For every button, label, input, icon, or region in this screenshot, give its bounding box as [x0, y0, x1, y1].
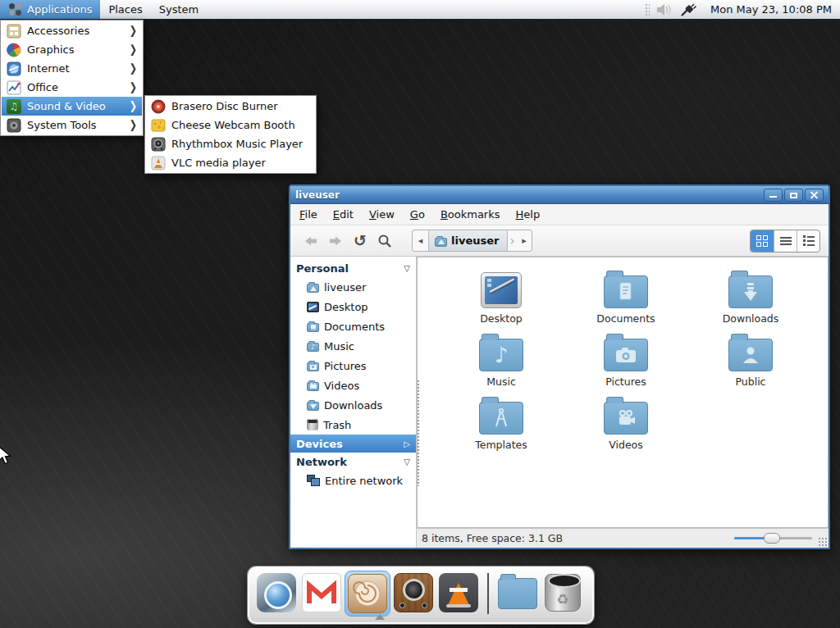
volume-icon[interactable]	[656, 3, 673, 16]
file-item-videos[interactable]: Videos	[564, 395, 688, 458]
sidebar-section-network[interactable]: Network ▽	[290, 453, 416, 471]
sidebar-item-trash[interactable]: Trash	[290, 415, 416, 435]
vlc-icon	[151, 156, 166, 171]
file-manager-shell-icon	[348, 574, 387, 613]
graphics-icon	[7, 43, 21, 57]
system-menu-button[interactable]: System	[151, 0, 207, 19]
dock-item-web-browser[interactable]	[257, 573, 296, 612]
submenu-arrow-icon: ❯	[130, 118, 137, 131]
submenu-arrow-icon: ❯	[130, 24, 137, 37]
dock-item-rhythmbox[interactable]	[394, 573, 433, 612]
sidebar-item-videos[interactable]: Videos	[290, 375, 416, 395]
menu-file[interactable]: File	[299, 208, 317, 221]
menu-go[interactable]: Go	[410, 208, 425, 221]
file-manager-window: liveuser File Edit View Go Bookmarks Hel…	[289, 184, 830, 549]
sidebar-item-documents[interactable]: Documents	[290, 316, 416, 336]
menu-item-rhythmbox[interactable]: Rhythmbox Music Player	[146, 134, 315, 153]
sidebar-item-desktop[interactable]: Desktop	[290, 297, 416, 316]
menu-bookmarks[interactable]: Bookmarks	[441, 208, 500, 221]
crumb-chevron-icon: ›	[508, 234, 516, 248]
menu-item-office[interactable]: Office ❯	[2, 78, 142, 97]
distro-menu-icon	[8, 2, 22, 16]
sidebar-item-music[interactable]: ♪ Music	[290, 336, 416, 356]
menu-item-accessories[interactable]: Accessories ❯	[2, 21, 142, 40]
maximize-button[interactable]	[784, 189, 803, 202]
submenu-arrow-icon: ❯	[130, 43, 137, 56]
statusbar: 8 items, Free space: 3.1 GB	[417, 528, 829, 548]
menu-item-graphics[interactable]: Graphics ❯	[2, 40, 142, 59]
network-icon[interactable]	[679, 2, 697, 17]
dock-item-vlc[interactable]	[439, 573, 478, 612]
menu-item-brasero[interactable]: Brasero Disc Burner	[146, 97, 315, 116]
dock-item-folder[interactable]	[498, 573, 537, 612]
dock-item-mail[interactable]	[302, 573, 341, 612]
titlebar[interactable]: liveuser	[290, 186, 829, 204]
dock-item-trash[interactable]: ♻	[543, 573, 582, 612]
menu-help[interactable]: Help	[516, 208, 541, 221]
search-button[interactable]	[372, 230, 397, 253]
menu-edit[interactable]: Edit	[333, 208, 354, 221]
path-next-icon[interactable]: ▸	[516, 235, 532, 246]
trash-icon	[307, 419, 318, 430]
file-item-documents[interactable]: Documents	[564, 269, 688, 332]
applet-drag-handle[interactable]	[645, 3, 650, 16]
file-item-public[interactable]: Public	[688, 332, 813, 395]
pane-resize-handle[interactable]	[417, 380, 420, 486]
sidebar-section-devices[interactable]: Devices ▷	[290, 435, 416, 453]
menu-item-vlc[interactable]: VLC media player	[146, 153, 315, 172]
menu-view[interactable]: View	[369, 208, 395, 221]
pictures-folder-icon	[307, 362, 319, 371]
status-text: 8 items, Free space: 3.1 GB	[422, 532, 563, 544]
sidebar-item-entire-network[interactable]: Entire network	[290, 471, 416, 490]
menu-item-cheese[interactable]: Cheese Webcam Booth	[146, 116, 315, 134]
sidebar-item-liveuser[interactable]: liveuser	[290, 277, 416, 297]
file-item-templates[interactable]: Templates	[439, 395, 564, 458]
minimize-button[interactable]	[764, 189, 783, 202]
accessories-icon	[7, 24, 21, 39]
office-icon	[7, 80, 21, 95]
expander-open-icon[interactable]: ▽	[404, 457, 410, 466]
sidebar: Personal ▽ liveuser Desktop Documents ♪ …	[290, 257, 417, 548]
mouse-cursor	[0, 445, 16, 466]
compact-view-icon	[803, 235, 815, 246]
menu-item-system-tools[interactable]: System Tools ❯	[2, 116, 142, 134]
zoom-slider-handle[interactable]	[764, 533, 780, 544]
breadcrumb-current[interactable]: liveuser	[428, 230, 508, 251]
pathbar: ◂ liveuser › ▸	[412, 230, 532, 252]
expander-closed-icon[interactable]: ▷	[404, 439, 410, 448]
downloads-folder-icon	[728, 275, 773, 308]
dock-separator	[487, 573, 489, 614]
sidebar-section-personal[interactable]: Personal ▽	[290, 259, 416, 277]
file-item-pictures[interactable]: Pictures	[564, 332, 688, 395]
icon-view-button[interactable]	[751, 230, 774, 252]
file-item-desktop[interactable]: Desktop	[439, 269, 564, 332]
web-browser-icon	[257, 573, 296, 612]
sidebar-item-pictures[interactable]: Pictures	[290, 356, 416, 375]
submenu-arrow-icon: ❯	[130, 80, 137, 93]
clock-applet[interactable]: Mon May 23, 10:08 PM	[704, 3, 832, 16]
places-menu-button[interactable]: Places	[100, 0, 150, 19]
path-prev-icon[interactable]: ◂	[413, 235, 428, 246]
expander-open-icon[interactable]: ▽	[404, 264, 410, 273]
forward-button[interactable]	[323, 230, 348, 253]
refresh-button[interactable]: ↺	[348, 230, 372, 253]
sidebar-item-downloads[interactable]: Downloads	[290, 395, 416, 415]
applications-label: Applications	[27, 3, 92, 16]
zoom-slider[interactable]	[734, 533, 812, 544]
brasero-icon	[151, 99, 166, 114]
applications-menu-button[interactable]: Applications	[0, 0, 100, 19]
back-button[interactable]	[299, 230, 323, 253]
compact-view-button[interactable]	[797, 230, 819, 252]
home-folder-icon	[435, 238, 447, 247]
list-view-button[interactable]	[774, 230, 797, 252]
search-icon	[377, 233, 393, 249]
window-resize-grip[interactable]	[818, 537, 828, 547]
file-item-music[interactable]: ♪ Music	[439, 332, 564, 395]
dock: ♻	[248, 567, 594, 624]
close-button[interactable]	[805, 189, 824, 202]
menu-item-sound-video[interactable]: ♫ Sound & Video ❯	[2, 97, 142, 116]
dock-item-file-manager[interactable]	[345, 571, 390, 617]
templates-folder-icon	[479, 402, 523, 435]
menu-item-internet[interactable]: Internet ❯	[2, 59, 142, 78]
file-item-downloads[interactable]: Downloads	[688, 269, 813, 332]
